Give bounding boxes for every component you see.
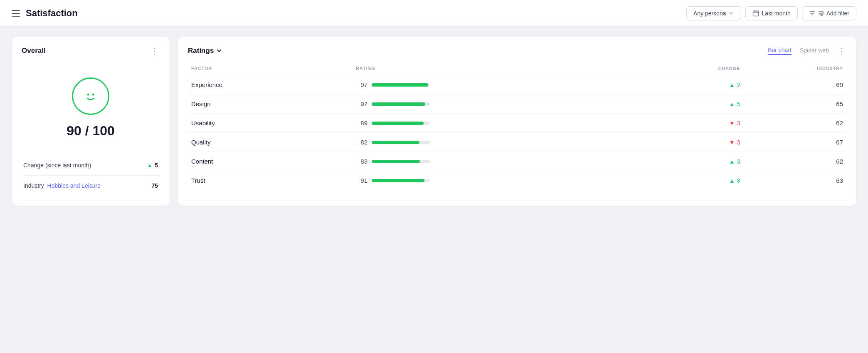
up-arrow-icon: ▲ — [729, 177, 735, 184]
rating-cell: 92 — [353, 94, 620, 114]
up-arrow-icon: ▲ — [729, 158, 735, 165]
chart-toggle-group: Bar chart Spider web ⋮ — [768, 47, 846, 55]
ratings-card-header: Ratings Bar chart Spider web ⋮ — [188, 47, 846, 55]
change-label: Change (since last month) — [23, 162, 91, 169]
change-value: 5 — [155, 162, 158, 169]
table-row: Design 92 ▲ 5 65 — [188, 94, 846, 114]
industry-value: 75 — [151, 182, 158, 189]
bar-container — [372, 122, 430, 125]
change-cell: ▼ 3 — [620, 114, 744, 133]
bar-fill — [372, 83, 428, 87]
calendar-icon — [752, 10, 759, 17]
bar-fill — [372, 160, 420, 163]
table-header-row: FACTOR RATING CHANGE INDUSTRY — [188, 62, 846, 75]
industry-cell: 67 — [744, 133, 847, 152]
bar-fill — [372, 179, 424, 182]
industry-row: Industry Hobbies and Leisure 75 — [22, 176, 160, 196]
table-row: Trust 91 ▲ 8 63 — [188, 171, 846, 190]
add-filter-button[interactable]: Add filter — [802, 6, 856, 20]
app-header: Satisfaction Any persona Last month — [0, 0, 868, 27]
change-cell: ▲ 8 — [620, 171, 744, 190]
svg-point-1 — [822, 12, 823, 14]
change-cell: ▼ 3 — [620, 133, 744, 152]
bar-container — [372, 83, 430, 87]
change-row: Change (since last month) ▲ 5 — [22, 155, 160, 176]
header-right: Any persona Last month — [686, 6, 856, 20]
table-row: Quality 82 ▼ 3 67 — [188, 133, 846, 152]
overall-card-header: Overall ⋮ — [22, 47, 160, 55]
svg-point-5 — [92, 94, 94, 96]
add-filter-label: Add filter — [826, 10, 849, 17]
ratings-card-title: Ratings — [188, 47, 222, 55]
bar-container — [372, 179, 430, 182]
down-arrow-icon: ▼ — [729, 120, 735, 127]
overall-card: Overall ⋮ 90 / 100 Change (since last mo… — [12, 37, 170, 206]
industry-cell: 63 — [744, 171, 847, 190]
date-filter-label: Last month — [762, 10, 790, 17]
industry-cell: 69 — [744, 75, 847, 94]
table-row: Experience 97 ▲ 2 69 — [188, 75, 846, 94]
ratings-chevron-icon — [216, 48, 222, 54]
bar-container — [372, 141, 430, 144]
bar-fill — [372, 102, 425, 106]
sliders-icon — [818, 10, 824, 16]
industry-link[interactable]: Hobbies and Leisure — [47, 182, 101, 189]
change-arrow-icon: ▲ — [147, 162, 152, 168]
score-section: 90 / 100 — [22, 65, 160, 155]
bar-container — [372, 102, 430, 106]
factor-cell: Quality — [188, 133, 353, 152]
up-arrow-icon: ▲ — [729, 101, 735, 107]
factor-cell: Design — [188, 94, 353, 114]
ratings-card: Ratings Bar chart Spider web ⋮ FACTOR RA… — [178, 37, 856, 206]
industry-label: Industry Hobbies and Leisure — [23, 182, 101, 189]
industry-cell: 62 — [744, 114, 847, 133]
main-content: Overall ⋮ 90 / 100 Change (since last mo… — [0, 27, 868, 216]
smiley-icon — [72, 77, 109, 115]
filter-icon — [809, 10, 816, 17]
factor-cell: Usability — [188, 114, 353, 133]
change-cell: ▲ 3 — [620, 152, 744, 171]
col-header-industry: INDUSTRY — [744, 62, 847, 75]
rating-cell: 97 — [353, 75, 620, 94]
factor-cell: Experience — [188, 75, 353, 94]
factor-cell: Trust — [188, 171, 353, 190]
industry-cell: 65 — [744, 94, 847, 114]
rating-cell: 91 — [353, 171, 620, 190]
industry-cell: 62 — [744, 152, 847, 171]
table-row: Content 83 ▲ 3 62 — [188, 152, 846, 171]
col-header-factor: FACTOR — [188, 62, 353, 75]
table-row: Usability 89 ▼ 3 62 — [188, 114, 846, 133]
down-arrow-icon: ▼ — [729, 139, 735, 146]
ratings-table: FACTOR RATING CHANGE INDUSTRY Experience… — [188, 62, 846, 190]
up-arrow-icon: ▲ — [729, 82, 735, 88]
menu-button[interactable] — [12, 10, 20, 17]
change-cell: ▲ 5 — [620, 94, 744, 114]
rating-cell: 89 — [353, 114, 620, 133]
persona-filter-button[interactable]: Any persona — [686, 6, 742, 20]
bar-fill — [372, 141, 419, 144]
header-left: Satisfaction — [12, 8, 78, 19]
overall-score: 90 / 100 — [67, 123, 115, 139]
svg-rect-0 — [753, 11, 759, 16]
rating-cell: 83 — [353, 152, 620, 171]
overall-card-title: Overall — [22, 47, 46, 55]
overall-menu-button[interactable]: ⋮ — [150, 47, 160, 55]
col-header-change: CHANGE — [620, 62, 744, 75]
chevron-down-icon — [728, 10, 734, 16]
svg-point-3 — [81, 86, 101, 106]
date-filter-button[interactable]: Last month — [745, 6, 797, 20]
change-value-group: ▲ 5 — [147, 162, 158, 169]
bar-chart-button[interactable]: Bar chart — [768, 47, 792, 55]
ratings-menu-button[interactable]: ⋮ — [837, 47, 846, 55]
factor-cell: Content — [188, 152, 353, 171]
rating-cell: 82 — [353, 133, 620, 152]
page-title: Satisfaction — [26, 8, 78, 19]
bar-container — [372, 160, 430, 163]
persona-filter-label: Any persona — [693, 10, 726, 17]
spider-web-button[interactable]: Spider web — [800, 47, 829, 55]
change-cell: ▲ 2 — [620, 75, 744, 94]
col-header-rating: RATING — [353, 62, 620, 75]
svg-point-4 — [87, 94, 89, 96]
bar-fill — [372, 122, 424, 125]
